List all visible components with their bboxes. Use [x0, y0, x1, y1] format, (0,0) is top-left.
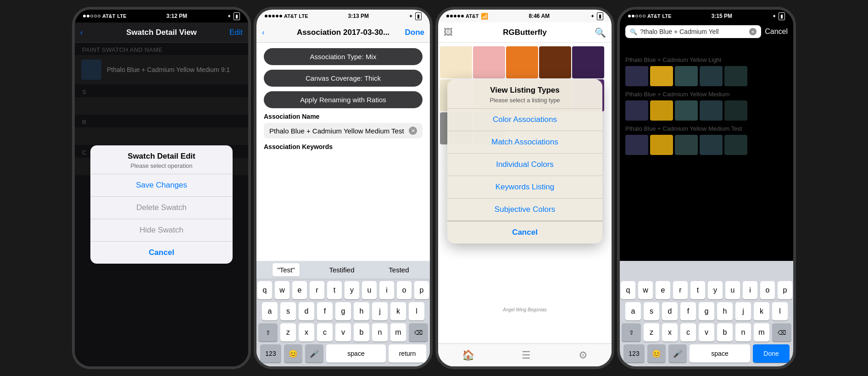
- swatch-g1-4[interactable]: [700, 66, 723, 86]
- key-r[interactable]: r: [310, 281, 324, 299]
- swatch-g1-2[interactable]: [650, 66, 673, 86]
- key4-w[interactable]: w: [638, 281, 653, 299]
- swatch-g2-1[interactable]: [625, 100, 648, 121]
- key-u[interactable]: u: [362, 281, 377, 299]
- key-c[interactable]: c: [317, 323, 333, 342]
- key4-b[interactable]: b: [717, 323, 733, 342]
- key-z[interactable]: z: [280, 323, 296, 342]
- edit-button-1[interactable]: Edit: [229, 28, 243, 37]
- key-i[interactable]: i: [379, 281, 394, 299]
- assoc-name-input[interactable]: [269, 127, 406, 135]
- key4-z[interactable]: z: [644, 323, 659, 342]
- assoc-type-btn[interactable]: Association Type: Mix: [264, 48, 423, 65]
- key-k[interactable]: k: [390, 302, 406, 321]
- grid-item-1[interactable]: [440, 46, 472, 78]
- autocomplete-2[interactable]: Testified: [324, 263, 359, 276]
- key-j[interactable]: j: [372, 302, 388, 321]
- swatch-g2-3[interactable]: [675, 100, 698, 121]
- key-space-2[interactable]: space: [326, 344, 386, 363]
- key-g[interactable]: g: [335, 302, 351, 321]
- search-icon-3[interactable]: 🔍: [595, 27, 606, 38]
- key4-y[interactable]: y: [708, 281, 723, 299]
- key4-k[interactable]: k: [754, 302, 769, 321]
- grid-item-4[interactable]: [539, 46, 571, 78]
- delete-swatch-btn[interactable]: Delete Swatch: [90, 197, 233, 219]
- autocomplete-1[interactable]: "Test": [273, 263, 299, 276]
- key-shift-2[interactable]: ⇧: [258, 323, 278, 342]
- key4-x[interactable]: x: [662, 323, 678, 342]
- search-clear-btn[interactable]: ✕: [749, 28, 757, 35]
- swatch-g1-3[interactable]: [675, 66, 698, 86]
- key-e[interactable]: e: [292, 281, 307, 299]
- swatch-g2-5[interactable]: [724, 100, 747, 121]
- listing-item-keywords[interactable]: Keywords Listing: [447, 176, 602, 198]
- key-m[interactable]: m: [390, 323, 406, 342]
- key-a[interactable]: a: [262, 302, 278, 321]
- autocomplete-3[interactable]: Tested: [384, 263, 413, 276]
- key4-done[interactable]: Done: [753, 344, 790, 363]
- key-v[interactable]: v: [335, 323, 351, 342]
- key-h[interactable]: h: [354, 302, 369, 321]
- key4-v[interactable]: v: [699, 323, 714, 342]
- search-cancel-btn[interactable]: Cancel: [765, 28, 788, 36]
- settings-tab-icon[interactable]: ⚙: [579, 349, 588, 361]
- listing-item-subjective[interactable]: Subjective Colors: [447, 198, 602, 221]
- key4-m[interactable]: m: [754, 323, 769, 342]
- key4-g[interactable]: g: [699, 302, 714, 321]
- swatch-g1-1[interactable]: [625, 66, 648, 86]
- key4-j[interactable]: j: [735, 302, 751, 321]
- swatch-g3-2[interactable]: [650, 135, 673, 155]
- key4-p[interactable]: p: [778, 281, 792, 299]
- back-button-1[interactable]: ‹: [80, 28, 83, 37]
- listing-item-individual[interactable]: Individual Colors: [447, 153, 602, 176]
- key4-u[interactable]: u: [725, 281, 740, 299]
- key4-space[interactable]: space: [690, 344, 750, 363]
- swatch-g3-3[interactable]: [675, 135, 698, 155]
- key4-f[interactable]: f: [680, 302, 696, 321]
- key-s[interactable]: s: [280, 302, 296, 321]
- save-changes-btn[interactable]: Save Changes: [90, 174, 233, 197]
- key-y[interactable]: y: [345, 281, 359, 299]
- key-q[interactable]: q: [257, 281, 272, 299]
- key4-n[interactable]: n: [735, 323, 751, 342]
- key4-123[interactable]: 123: [623, 344, 645, 363]
- list-tab-icon[interactable]: ☰: [522, 349, 531, 361]
- key4-t[interactable]: t: [690, 281, 705, 299]
- canvas-coverage-btn[interactable]: Canvas Coverage: Thick: [264, 70, 423, 87]
- cancel-btn-1[interactable]: Cancel: [90, 242, 233, 264]
- key-p[interactable]: p: [414, 281, 429, 299]
- hide-swatch-btn[interactable]: Hide Swatch: [90, 219, 233, 242]
- key-d[interactable]: d: [299, 302, 314, 321]
- key4-l[interactable]: l: [772, 302, 788, 321]
- key4-mic[interactable]: 🎤: [668, 344, 687, 363]
- key-return-2[interactable]: return: [389, 344, 426, 363]
- swatch-g3-4[interactable]: [700, 135, 723, 155]
- swatch-g3-5[interactable]: [724, 135, 747, 155]
- key-t[interactable]: t: [327, 281, 342, 299]
- key4-r[interactable]: r: [673, 281, 688, 299]
- listing-item-color-assoc[interactable]: Color Associations: [447, 108, 602, 131]
- key4-del[interactable]: ⌫: [772, 323, 791, 342]
- key4-i[interactable]: i: [743, 281, 757, 299]
- key-l[interactable]: l: [409, 302, 424, 321]
- key-123-2[interactable]: 123: [260, 344, 281, 363]
- grid-item-5[interactable]: [572, 46, 604, 78]
- key4-shift[interactable]: ⇧: [622, 323, 641, 342]
- key4-e[interactable]: e: [656, 281, 670, 299]
- key-mic-2[interactable]: 🎤: [305, 344, 323, 363]
- key-n[interactable]: n: [372, 323, 388, 342]
- key4-q[interactable]: q: [621, 281, 635, 299]
- swatch-g3-1[interactable]: [625, 135, 648, 155]
- apply-renaming-btn[interactable]: Apply Renaming with Ratios: [264, 91, 423, 108]
- key4-emoji[interactable]: 😊: [647, 344, 666, 363]
- swatch-g1-5[interactable]: [724, 66, 747, 86]
- key-x[interactable]: x: [299, 323, 314, 342]
- key-b[interactable]: b: [354, 323, 369, 342]
- key4-a[interactable]: a: [625, 302, 641, 321]
- back-button-2[interactable]: ‹: [262, 28, 265, 37]
- listing-item-match-assoc[interactable]: Match Associations: [447, 131, 602, 153]
- clear-input-btn[interactable]: ✕: [409, 127, 417, 135]
- key-o[interactable]: o: [397, 281, 412, 299]
- home-tab-icon[interactable]: 🏠: [462, 349, 474, 361]
- swatch-g2-2[interactable]: [650, 100, 673, 121]
